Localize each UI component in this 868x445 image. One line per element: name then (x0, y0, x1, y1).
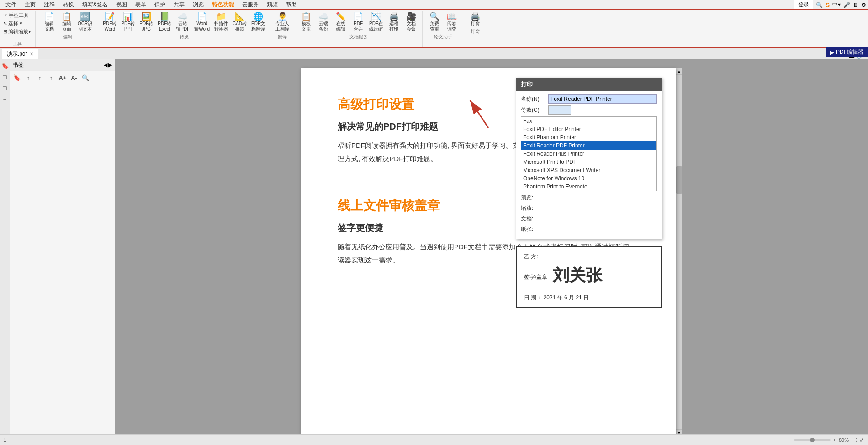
fit-icon[interactable]: ⤢ (859, 436, 864, 443)
pdf-editor-button[interactable]: ▶ PDF编辑器 (826, 47, 868, 57)
arrow-icon: ▶ (830, 49, 834, 56)
fullscreen-icon[interactable]: ⛶ (852, 437, 857, 443)
menu-browse[interactable]: 浏览 (189, 0, 207, 10)
scrollbar-up-btn[interactable]: ▲ (676, 68, 682, 75)
sidebar-icon-3[interactable]: ≡ (0, 94, 10, 103)
pdf-to-jpg-btn[interactable]: 🖼️ PDF转JPG (138, 11, 155, 33)
pdf-area[interactable]: 高级打印设置 解决常见的PDF打印难题 福昕PDF阅读器拥有强大的打印功能, 界… (115, 59, 868, 445)
pdf-word-icon: 📝 (105, 12, 115, 21)
sidebar-prev-btn[interactable]: ◀ (104, 62, 107, 68)
bookmark-list3-btn[interactable]: ↑ (46, 73, 56, 83)
pdf-excel-label: PDF转Excel (158, 21, 171, 32)
print-btn[interactable]: 🖨️ 打窝 (467, 11, 483, 27)
cloud-convert-btn[interactable]: ☁️ 云转转PDF (174, 11, 191, 33)
printer-option-onenote[interactable]: OneNote for Windows 10 (521, 174, 656, 183)
free-check-btn[interactable]: 🔍 免费查重 (426, 11, 443, 33)
hand-icon: ☞ (3, 12, 8, 18)
gear-icon[interactable]: ⚙ (861, 2, 866, 8)
pdf-to-ppt-btn[interactable]: 📊 PDF转PPT (119, 11, 137, 33)
printer-option-ms-xps[interactable]: Microsoft XPS Document Writer (521, 166, 656, 174)
ribbon-group-translate: 👨‍💼 专业人工翻译 翻译 (271, 11, 294, 47)
bookmark-list2-btn[interactable]: ↑ (35, 73, 45, 83)
lang-icon[interactable]: 中▾ (832, 1, 841, 9)
pdf-scrollbar[interactable]: ▲ ▼ (676, 68, 682, 436)
menu-freq[interactable]: 频频 (263, 0, 281, 10)
hand-tool-btn[interactable]: ☞ 手型工具 (2, 11, 32, 19)
printer-option-evernote[interactable]: Phantom Print to Evernote (521, 183, 656, 191)
mic-icon[interactable]: 🎤 (843, 2, 850, 8)
zoom-slider-thumb (810, 438, 815, 442)
sidebar-next-btn[interactable]: ▶ (108, 62, 112, 68)
pdf-to-excel-btn[interactable]: 📗 PDF转Excel (156, 11, 173, 33)
screen-icon[interactable]: 🖥 (853, 2, 858, 8)
scrollbar-thumb[interactable] (676, 166, 682, 194)
search-icon[interactable]: 🔍 (816, 2, 823, 8)
zoom-out-icon[interactable]: − (788, 437, 791, 443)
human-translate-label: 专业人工翻译 (275, 21, 289, 32)
pdf-compress-btn[interactable]: 📉 PDF在线压缩 (367, 11, 385, 33)
edit-doc-btn[interactable]: 📄 编辑文档 (41, 11, 58, 33)
print-name-input[interactable] (548, 94, 657, 104)
zoom-tool-btn[interactable]: ⊞ 编辑缩放▾ (2, 28, 32, 36)
printer-option-ms-pdf[interactable]: Microsoft Print to PDF (521, 158, 656, 166)
menu-convert[interactable]: 转换 (59, 0, 78, 10)
cad-converter-btn[interactable]: 📐 CAD转换器 (231, 11, 249, 33)
sogou-icon[interactable]: S (826, 1, 830, 9)
survey-btn[interactable]: 📖 阅卷调查 (444, 11, 460, 33)
cloud-backup-icon: ☁️ (318, 12, 328, 21)
pdf-tab[interactable]: 演示.pdf ✕ (2, 49, 38, 59)
doc-meeting-btn[interactable]: 🎥 文档会议 (403, 11, 419, 33)
zoom-slider[interactable] (794, 439, 831, 441)
tab-close-btn[interactable]: ✕ (30, 52, 33, 57)
main-layout: 🔖 ◻ ◻ ≡ 书签 ◀ ▶ 🔖 ↑ (0, 59, 868, 445)
sidebar-icon-1[interactable]: ◻ (0, 72, 10, 81)
menu-share[interactable]: 共享 (170, 0, 188, 10)
menu-help[interactable]: 帮助 (282, 0, 301, 10)
menu-file[interactable]: 文件 (2, 0, 20, 10)
sidebar-icon-2[interactable]: ◻ (0, 83, 10, 92)
menu-special[interactable]: 特色功能 (208, 0, 238, 10)
menu-form[interactable]: 表单 (132, 0, 150, 10)
menu-sign[interactable]: 填写&签名 (79, 0, 111, 10)
font-increase-btn[interactable]: A+ (58, 73, 68, 83)
print-copies-input[interactable] (548, 105, 571, 115)
pdf-word-label: PDF转Word (103, 21, 116, 32)
login-button[interactable]: 登录 (794, 0, 813, 10)
bookmark-search-btn[interactable]: 🔍 (80, 73, 90, 83)
bookmark-add-btn[interactable]: 🔖 (12, 73, 22, 83)
ocr-btn[interactable]: 🔤 OCR识别文本 (76, 11, 94, 33)
online-edit-btn[interactable]: ✏️ 在线编辑 (333, 11, 349, 33)
scan-converter-btn[interactable]: 📁 扫描件转换器 (212, 11, 230, 33)
pdf-to-word-btn[interactable]: 📝 PDF转Word (101, 11, 118, 33)
printer-option-editor[interactable]: Foxit PDF Editor Printer (521, 125, 656, 133)
printer-option-fax[interactable]: Fax (521, 117, 656, 125)
edit-page-btn[interactable]: 📋 编辑页面 (58, 11, 75, 33)
template-library-btn[interactable]: 📋 模板文库 (298, 11, 314, 33)
menu-view[interactable]: 视图 (112, 0, 131, 10)
scan-icon: 📁 (216, 12, 226, 21)
printer-option-reader-plus[interactable]: Foxit Reader Plus Printer (521, 150, 656, 158)
remote-print-label: 远程打印 (389, 21, 398, 32)
tab-bar: 演示.pdf ✕ ☁ 🔗 ▶ PDF编辑器 (0, 47, 868, 59)
convert-group-label: 转换 (180, 34, 189, 40)
human-translate-btn[interactable]: 👨‍💼 专业人工翻译 (274, 11, 291, 33)
menu-home[interactable]: 主页 (21, 0, 39, 10)
menu-cloud[interactable]: 云服务 (238, 0, 262, 10)
printer-option-phantom[interactable]: Foxit Phantom Printer (521, 133, 656, 141)
menu-bar: 文件 主页 注释 转换 填写&签名 视图 表单 保护 共享 浏览 特色功能 云服… (0, 0, 868, 10)
pdf-merge-btn[interactable]: 📄 PDF合并 (350, 11, 366, 33)
pdf-translate-btn[interactable]: 🌐 PDF文档翻译 (249, 11, 267, 33)
font-decrease-btn[interactable]: A- (69, 73, 79, 83)
menu-annotation[interactable]: 注释 (40, 0, 58, 10)
word-to-word-btn[interactable]: 📄 Word转Word (192, 11, 212, 33)
bookmark-list-btn[interactable]: ↑ (23, 73, 33, 83)
signature-party: 乙 方: (524, 253, 654, 261)
sidebar-icon-bookmark[interactable]: 🔖 (0, 61, 10, 70)
menu-protect[interactable]: 保护 (151, 0, 169, 10)
remote-print-btn[interactable]: 🖨️ 远程打印 (386, 11, 402, 33)
cloud-backup-btn[interactable]: ☁️ 云端备份 (315, 11, 332, 33)
select-tool-btn[interactable]: ↖ 选择 ▾ (2, 20, 32, 27)
printer-option-reader[interactable]: Foxit Reader PDF Printer (521, 141, 656, 150)
print-dialog-body: 名称(N): 份数(C): (516, 91, 662, 239)
zoom-in-icon[interactable]: + (833, 437, 836, 443)
